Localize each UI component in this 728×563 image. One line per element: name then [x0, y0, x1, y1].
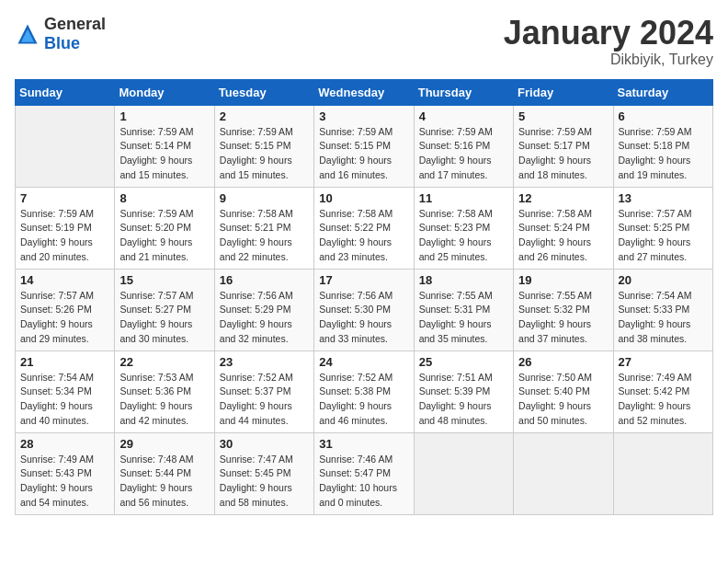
column-header-friday: Friday: [514, 79, 613, 105]
day-detail: Sunrise: 7:49 AMSunset: 5:43 PMDaylight:…: [20, 453, 109, 511]
calendar-cell: 16Sunrise: 7:56 AMSunset: 5:29 PMDayligh…: [214, 269, 313, 350]
day-detail: Sunrise: 7:47 AMSunset: 5:45 PMDaylight:…: [220, 453, 309, 511]
day-number: 28: [20, 437, 109, 451]
day-detail: Sunrise: 7:59 AMSunset: 5:14 PMDaylight:…: [119, 125, 209, 183]
day-number: 17: [319, 273, 408, 287]
day-number: 25: [419, 355, 508, 369]
day-detail: Sunrise: 7:59 AMSunset: 5:17 PMDaylight:…: [518, 125, 608, 183]
day-number: 20: [619, 273, 708, 287]
calendar-cell: [16, 105, 115, 187]
day-number: 14: [20, 273, 109, 287]
day-number: 5: [518, 109, 608, 123]
calendar-cell: 25Sunrise: 7:51 AMSunset: 5:39 PMDayligh…: [414, 350, 513, 432]
day-detail: Sunrise: 7:59 AMSunset: 5:20 PMDaylight:…: [119, 207, 209, 265]
day-number: 12: [518, 191, 608, 205]
day-detail: Sunrise: 7:59 AMSunset: 5:15 PMDaylight:…: [220, 125, 309, 183]
column-header-thursday: Thursday: [414, 79, 513, 105]
day-number: 3: [319, 109, 408, 123]
calendar-week-row: 14Sunrise: 7:57 AMSunset: 5:26 PMDayligh…: [16, 269, 713, 350]
day-detail: Sunrise: 7:57 AMSunset: 5:27 PMDaylight:…: [119, 289, 209, 347]
calendar-cell: 20Sunrise: 7:54 AMSunset: 5:33 PMDayligh…: [613, 269, 712, 350]
day-number: 19: [518, 273, 608, 287]
calendar-cell: 6Sunrise: 7:59 AMSunset: 5:18 PMDaylight…: [613, 105, 712, 187]
calendar-week-row: 21Sunrise: 7:54 AMSunset: 5:34 PMDayligh…: [16, 350, 713, 432]
day-detail: Sunrise: 7:58 AMSunset: 5:22 PMDaylight:…: [319, 207, 408, 265]
day-detail: Sunrise: 7:53 AMSunset: 5:36 PMDaylight:…: [119, 371, 209, 429]
day-number: 26: [518, 355, 608, 369]
calendar-cell: [514, 432, 613, 514]
calendar-subtitle: Dikbiyik, Turkey: [504, 52, 713, 68]
calendar-cell: [414, 432, 513, 514]
calendar-title: January 2024: [504, 15, 713, 52]
day-detail: Sunrise: 7:58 AMSunset: 5:23 PMDaylight:…: [419, 207, 508, 265]
column-header-monday: Monday: [115, 79, 214, 105]
calendar-cell: 26Sunrise: 7:50 AMSunset: 5:40 PMDayligh…: [514, 350, 613, 432]
day-number: 21: [20, 355, 109, 369]
calendar-cell: 21Sunrise: 7:54 AMSunset: 5:34 PMDayligh…: [16, 350, 115, 432]
day-number: 8: [119, 191, 209, 205]
day-detail: Sunrise: 7:57 AMSunset: 5:26 PMDaylight:…: [20, 289, 109, 347]
day-number: 1: [119, 109, 209, 123]
day-number: 24: [319, 355, 408, 369]
day-number: 7: [20, 191, 109, 205]
day-detail: Sunrise: 7:55 AMSunset: 5:32 PMDaylight:…: [518, 289, 608, 347]
day-detail: Sunrise: 7:58 AMSunset: 5:24 PMDaylight:…: [518, 207, 608, 265]
calendar-cell: [613, 432, 712, 514]
day-detail: Sunrise: 7:52 AMSunset: 5:37 PMDaylight:…: [220, 371, 309, 429]
calendar-cell: 9Sunrise: 7:58 AMSunset: 5:21 PMDaylight…: [214, 187, 313, 269]
day-detail: Sunrise: 7:59 AMSunset: 5:15 PMDaylight:…: [319, 125, 408, 183]
calendar-header-row: SundayMondayTuesdayWednesdayThursdayFrid…: [16, 79, 713, 105]
calendar-cell: 19Sunrise: 7:55 AMSunset: 5:32 PMDayligh…: [514, 269, 613, 350]
day-number: 15: [119, 273, 209, 287]
calendar-cell: 30Sunrise: 7:47 AMSunset: 5:45 PMDayligh…: [214, 432, 313, 514]
calendar-cell: 7Sunrise: 7:59 AMSunset: 5:19 PMDaylight…: [16, 187, 115, 269]
day-detail: Sunrise: 7:59 AMSunset: 5:16 PMDaylight:…: [419, 125, 508, 183]
day-detail: Sunrise: 7:48 AMSunset: 5:44 PMDaylight:…: [119, 453, 209, 511]
calendar-cell: 28Sunrise: 7:49 AMSunset: 5:43 PMDayligh…: [16, 432, 115, 514]
day-detail: Sunrise: 7:59 AMSunset: 5:19 PMDaylight:…: [20, 207, 109, 265]
calendar-cell: 17Sunrise: 7:56 AMSunset: 5:30 PMDayligh…: [314, 269, 414, 350]
calendar-cell: 15Sunrise: 7:57 AMSunset: 5:27 PMDayligh…: [115, 269, 214, 350]
day-number: 11: [419, 191, 508, 205]
logo-blue-text: Blue: [44, 34, 80, 52]
day-detail: Sunrise: 7:52 AMSunset: 5:38 PMDaylight:…: [319, 371, 408, 429]
day-number: 27: [619, 355, 708, 369]
calendar-cell: 22Sunrise: 7:53 AMSunset: 5:36 PMDayligh…: [115, 350, 214, 432]
calendar-week-row: 7Sunrise: 7:59 AMSunset: 5:19 PMDaylight…: [16, 187, 713, 269]
calendar-cell: 10Sunrise: 7:58 AMSunset: 5:22 PMDayligh…: [314, 187, 414, 269]
logo: General Blue: [15, 15, 106, 53]
day-detail: Sunrise: 7:51 AMSunset: 5:39 PMDaylight:…: [419, 371, 508, 429]
calendar-cell: 4Sunrise: 7:59 AMSunset: 5:16 PMDaylight…: [414, 105, 513, 187]
calendar-cell: 18Sunrise: 7:55 AMSunset: 5:31 PMDayligh…: [414, 269, 513, 350]
calendar-cell: 23Sunrise: 7:52 AMSunset: 5:37 PMDayligh…: [214, 350, 313, 432]
day-number: 29: [119, 437, 209, 451]
page-header: General Blue January 2024 Dikbiyik, Turk…: [15, 15, 713, 68]
column-header-saturday: Saturday: [613, 79, 712, 105]
day-number: 6: [619, 109, 708, 123]
day-number: 4: [419, 109, 508, 123]
calendar-cell: 11Sunrise: 7:58 AMSunset: 5:23 PMDayligh…: [414, 187, 513, 269]
day-detail: Sunrise: 7:54 AMSunset: 5:34 PMDaylight:…: [20, 371, 109, 429]
calendar-table: SundayMondayTuesdayWednesdayThursdayFrid…: [15, 79, 713, 515]
calendar-week-row: 28Sunrise: 7:49 AMSunset: 5:43 PMDayligh…: [16, 432, 713, 514]
day-detail: Sunrise: 7:49 AMSunset: 5:42 PMDaylight:…: [619, 371, 708, 429]
day-number: 16: [220, 273, 309, 287]
calendar-cell: 5Sunrise: 7:59 AMSunset: 5:17 PMDaylight…: [514, 105, 613, 187]
day-detail: Sunrise: 7:57 AMSunset: 5:25 PMDaylight:…: [619, 207, 708, 265]
day-detail: Sunrise: 7:54 AMSunset: 5:33 PMDaylight:…: [619, 289, 708, 347]
day-detail: Sunrise: 7:55 AMSunset: 5:31 PMDaylight:…: [419, 289, 508, 347]
logo-general-text: General: [44, 15, 106, 33]
day-number: 2: [220, 109, 309, 123]
day-detail: Sunrise: 7:59 AMSunset: 5:18 PMDaylight:…: [619, 125, 708, 183]
calendar-cell: 27Sunrise: 7:49 AMSunset: 5:42 PMDayligh…: [613, 350, 712, 432]
calendar-cell: 31Sunrise: 7:46 AMSunset: 5:47 PMDayligh…: [314, 432, 414, 514]
calendar-cell: 3Sunrise: 7:59 AMSunset: 5:15 PMDaylight…: [314, 105, 414, 187]
column-header-wednesday: Wednesday: [314, 79, 414, 105]
title-block: January 2024 Dikbiyik, Turkey: [504, 15, 713, 68]
day-number: 31: [319, 437, 408, 451]
calendar-cell: 1Sunrise: 7:59 AMSunset: 5:14 PMDaylight…: [115, 105, 214, 187]
day-detail: Sunrise: 7:50 AMSunset: 5:40 PMDaylight:…: [518, 371, 608, 429]
calendar-cell: 2Sunrise: 7:59 AMSunset: 5:15 PMDaylight…: [214, 105, 313, 187]
day-detail: Sunrise: 7:56 AMSunset: 5:29 PMDaylight:…: [220, 289, 309, 347]
day-number: 13: [619, 191, 708, 205]
